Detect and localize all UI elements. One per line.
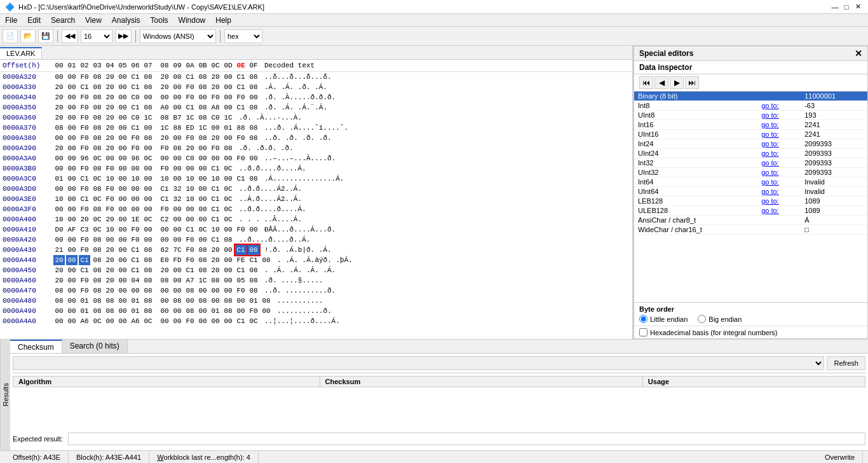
- hex-byte[interactable]: F0: [79, 143, 90, 153]
- hex-byte[interactable]: 00: [53, 235, 65, 245]
- hex-byte[interactable]: 0C: [142, 153, 154, 163]
- hex-byte[interactable]: 00: [130, 286, 141, 296]
- hex-byte[interactable]: 00: [172, 133, 183, 143]
- hex-byte[interactable]: 20: [104, 133, 116, 143]
- hex-byte[interactable]: F0: [79, 102, 90, 113]
- hex-byte[interactable]: 0C: [222, 214, 234, 225]
- hex-byte[interactable]: C1: [130, 102, 141, 113]
- hex-byte[interactable]: C1: [184, 225, 196, 235]
- hex-byte[interactable]: 01: [130, 296, 141, 306]
- hex-byte[interactable]: 00: [235, 296, 247, 306]
- hex-byte[interactable]: C1: [235, 174, 247, 184]
- hex-byte[interactable]: 00: [66, 102, 78, 113]
- hex-byte[interactable]: C1: [248, 255, 259, 265]
- hex-byte[interactable]: 08: [197, 102, 208, 113]
- hex-byte[interactable]: 00: [197, 214, 208, 225]
- hex-byte[interactable]: 00: [117, 316, 128, 326]
- hex-byte[interactable]: 00: [172, 92, 183, 102]
- hex-byte[interactable]: 00: [66, 113, 78, 123]
- hex-byte[interactable]: 00: [261, 306, 272, 316]
- hex-byte[interactable]: 00: [130, 163, 141, 174]
- hex-byte[interactable]: 00: [210, 123, 221, 133]
- hex-byte[interactable]: 0C: [142, 214, 154, 225]
- hex-byte[interactable]: 32: [172, 184, 183, 194]
- hex-byte[interactable]: 00: [142, 194, 154, 204]
- minimize-button[interactable]: —: [830, 2, 840, 12]
- hex-byte[interactable]: 01: [53, 174, 65, 184]
- hex-byte[interactable]: C1: [210, 194, 221, 204]
- hex-byte[interactable]: 1C: [197, 275, 208, 286]
- hex-byte[interactable]: 00: [159, 306, 170, 316]
- hex-byte[interactable]: 00: [117, 194, 128, 204]
- field-goto-cell[interactable]: go to:: [757, 168, 801, 177]
- hex-byte[interactable]: 00: [197, 92, 208, 102]
- field-goto-cell[interactable]: go to:: [757, 177, 801, 187]
- hex-byte[interactable]: 20: [79, 214, 90, 225]
- hex-byte[interactable]: 00: [197, 153, 208, 163]
- hex-byte[interactable]: 20: [159, 133, 170, 143]
- goto-link[interactable]: go to:: [761, 121, 779, 128]
- hex-byte[interactable]: 00: [197, 316, 208, 326]
- hex-byte[interactable]: 08: [197, 82, 208, 92]
- hex-byte[interactable]: 00: [117, 153, 128, 163]
- goto-link[interactable]: go to:: [761, 207, 779, 214]
- hex-byte[interactable]: 20: [184, 143, 196, 153]
- goto-link[interactable]: go to:: [761, 111, 779, 119]
- nav-last-button[interactable]: ⏭: [685, 76, 699, 89]
- field-goto-cell[interactable]: go to:: [757, 197, 801, 206]
- field-goto-cell[interactable]: go to:: [757, 130, 801, 139]
- hex-byte[interactable]: 21: [53, 245, 65, 255]
- hex-byte[interactable]: 00: [172, 214, 183, 225]
- hex-byte[interactable]: 08: [184, 286, 196, 296]
- hex-byte[interactable]: 00: [184, 214, 196, 225]
- hex-byte[interactable]: 00: [66, 296, 78, 306]
- hex-byte[interactable]: 00: [222, 245, 234, 255]
- hex-byte[interactable]: 00: [66, 255, 78, 265]
- hex-byte[interactable]: F0: [235, 225, 247, 235]
- hex-byte[interactable]: 20: [53, 143, 65, 153]
- hex-byte[interactable]: 00: [172, 153, 183, 163]
- hex-byte[interactable]: 08: [53, 296, 65, 306]
- hex-byte[interactable]: 00: [53, 184, 65, 194]
- hex-byte[interactable]: 20: [104, 123, 116, 133]
- hex-byte[interactable]: 08: [92, 255, 103, 265]
- hex-byte[interactable]: F0: [79, 133, 90, 143]
- hex-byte[interactable]: 62: [159, 245, 170, 255]
- hex-byte[interactable]: 00: [172, 204, 183, 214]
- hex-byte[interactable]: 08: [92, 184, 103, 194]
- nav-first-button[interactable]: ⏮: [639, 76, 653, 89]
- hex-byte[interactable]: 00: [172, 265, 183, 275]
- hex-byte[interactable]: 08: [92, 72, 103, 82]
- hex-byte[interactable]: 00: [210, 286, 221, 296]
- hex-byte[interactable]: 08: [261, 255, 272, 265]
- hex-byte[interactable]: 08: [248, 245, 259, 255]
- hex-byte[interactable]: 10: [210, 174, 221, 184]
- hex-byte[interactable]: 08: [197, 265, 208, 275]
- hex-byte[interactable]: 08: [248, 123, 259, 133]
- hex-byte[interactable]: 00: [197, 286, 208, 296]
- hex-byte[interactable]: 00: [66, 265, 78, 275]
- hex-byte[interactable]: 0C: [92, 316, 103, 326]
- hex-byte[interactable]: C1: [130, 82, 141, 92]
- goto-link[interactable]: go to:: [761, 159, 779, 167]
- hex-byte[interactable]: F0: [210, 92, 221, 102]
- hex-byte[interactable]: 08: [92, 163, 103, 174]
- hex-byte[interactable]: C0: [210, 113, 221, 123]
- hex-byte[interactable]: F0: [184, 82, 196, 92]
- hex-byte[interactable]: 08: [142, 245, 154, 255]
- hex-byte[interactable]: 08: [142, 286, 154, 296]
- hex-byte[interactable]: 00: [172, 306, 183, 316]
- hex-byte[interactable]: 00: [53, 306, 65, 316]
- hex-byte[interactable]: 20: [210, 255, 221, 265]
- hex-byte[interactable]: 00: [172, 286, 183, 296]
- hex-byte[interactable]: 00: [159, 153, 170, 163]
- hex-byte[interactable]: 20: [210, 133, 221, 143]
- nav-prev-button[interactable]: ◀: [654, 76, 668, 89]
- hex-byte[interactable]: 08: [142, 296, 154, 306]
- hex-byte[interactable]: 08: [142, 255, 154, 265]
- hex-byte[interactable]: 20: [53, 102, 65, 113]
- hex-byte[interactable]: 00: [104, 235, 116, 245]
- menu-help[interactable]: Help: [210, 15, 236, 26]
- new-button[interactable]: 📄: [3, 29, 18, 43]
- hex-byte[interactable]: 10: [210, 225, 221, 235]
